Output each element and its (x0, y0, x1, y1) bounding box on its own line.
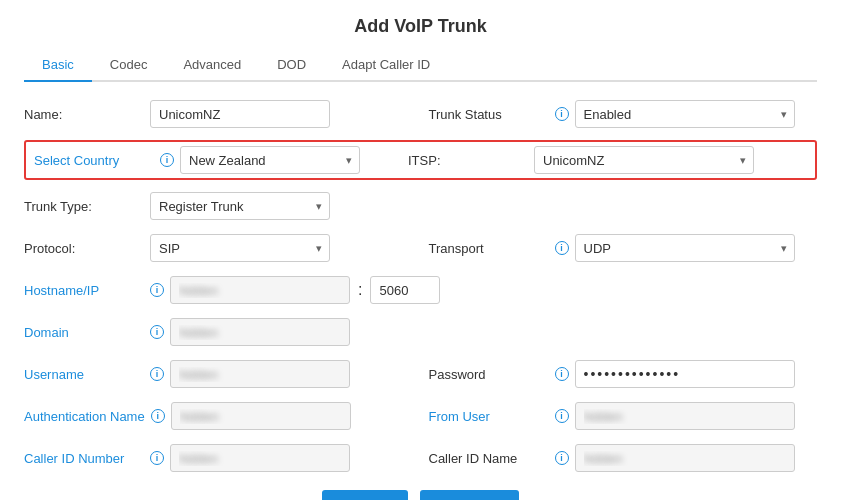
username-info-icon[interactable]: i (150, 367, 164, 381)
password-label: Password (429, 367, 549, 382)
domain-label: Domain (24, 325, 144, 340)
domain-input[interactable] (170, 318, 350, 346)
page-title: Add VoIP Trunk (24, 16, 817, 37)
caller-id-name-input[interactable] (575, 444, 795, 472)
name-row: Name: Trunk Status i Enabled Disabled (24, 98, 817, 130)
country-group: Select Country i New Zealand (34, 146, 360, 174)
from-user-input[interactable] (575, 402, 795, 430)
name-input[interactable] (150, 100, 330, 128)
hostname-group: Hostname/IP i : (24, 276, 817, 304)
itsp-label: ITSP: (408, 153, 528, 168)
country-select-wrapper: New Zealand (180, 146, 360, 174)
itsp-group: ITSP: UnicomNZ (408, 146, 754, 174)
transport-select[interactable]: UDP TCP TLS (575, 234, 795, 262)
port-separator: : (356, 281, 364, 299)
tab-basic[interactable]: Basic (24, 49, 92, 82)
protocol-select[interactable]: SIP IAX (150, 234, 330, 262)
domain-info-icon[interactable]: i (150, 325, 164, 339)
trunk-type-select-wrapper: Register Trunk Peer Trunk (150, 192, 330, 220)
domain-group: Domain i (24, 318, 817, 346)
from-user-info-icon[interactable]: i (555, 409, 569, 423)
auth-name-input[interactable] (171, 402, 351, 430)
hostname-label: Hostname/IP (24, 283, 144, 298)
caller-id-number-group: Caller ID Number i (24, 444, 413, 472)
caller-id-name-label: Caller ID Name (429, 451, 549, 466)
save-button[interactable]: Save (322, 490, 408, 500)
username-label: Username (24, 367, 144, 382)
username-input[interactable] (170, 360, 350, 388)
protocol-select-wrapper: SIP IAX (150, 234, 330, 262)
transport-group: Transport i UDP TCP TLS (429, 234, 818, 262)
hostname-info-icon[interactable]: i (150, 283, 164, 297)
country-select[interactable]: New Zealand (180, 146, 360, 174)
caller-id-number-info-icon[interactable]: i (150, 451, 164, 465)
tab-dod[interactable]: DOD (259, 49, 324, 82)
trunk-status-info-icon[interactable]: i (555, 107, 569, 121)
auth-name-group: Authentication Name i (24, 402, 413, 430)
transport-label: Transport (429, 241, 549, 256)
caller-id-number-label: Caller ID Number (24, 451, 144, 466)
trunk-type-group: Trunk Type: Register Trunk Peer Trunk (24, 192, 817, 220)
trunk-status-select-wrapper: Enabled Disabled (575, 100, 795, 128)
transport-select-wrapper: UDP TCP TLS (575, 234, 795, 262)
trunk-status-group: Trunk Status i Enabled Disabled (429, 100, 818, 128)
password-group: Password i (429, 360, 818, 388)
username-group: Username i (24, 360, 413, 388)
tab-adapt-caller-id[interactable]: Adapt Caller ID (324, 49, 448, 82)
trunk-status-label: Trunk Status (429, 107, 549, 122)
name-group: Name: (24, 100, 413, 128)
from-user-group: From User i (429, 402, 818, 430)
country-info-icon[interactable]: i (160, 153, 174, 167)
caller-id-name-group: Caller ID Name i (429, 444, 818, 472)
domain-row: Domain i (24, 316, 817, 348)
tab-advanced[interactable]: Advanced (165, 49, 259, 82)
tab-bar: Basic Codec Advanced DOD Adapt Caller ID (24, 49, 817, 82)
trunk-type-row: Trunk Type: Register Trunk Peer Trunk (24, 190, 817, 222)
protocol-group: Protocol: SIP IAX (24, 234, 413, 262)
protocol-label: Protocol: (24, 241, 144, 256)
itsp-select-wrapper: UnicomNZ (534, 146, 754, 174)
auth-name-label: Authentication Name (24, 409, 145, 424)
country-label: Select Country (34, 153, 154, 168)
auth-name-info-icon[interactable]: i (151, 409, 165, 423)
auth-name-row: Authentication Name i From User i (24, 400, 817, 432)
form-section: Name: Trunk Status i Enabled Disabled Se… (24, 98, 817, 474)
trunk-status-select[interactable]: Enabled Disabled (575, 100, 795, 128)
tab-codec[interactable]: Codec (92, 49, 166, 82)
hostname-row: Hostname/IP i : (24, 274, 817, 306)
trunk-type-label: Trunk Type: (24, 199, 144, 214)
port-input[interactable] (370, 276, 440, 304)
transport-info-icon[interactable]: i (555, 241, 569, 255)
name-label: Name: (24, 107, 144, 122)
cancel-button[interactable]: Cancel (420, 490, 519, 500)
password-input[interactable] (575, 360, 795, 388)
from-user-label: From User (429, 409, 549, 424)
button-row: Save Cancel (24, 490, 817, 500)
caller-id-number-input[interactable] (170, 444, 350, 472)
hostname-input[interactable] (170, 276, 350, 304)
username-row: Username i Password i (24, 358, 817, 390)
country-itsp-row: Select Country i New Zealand ITSP: Unico… (24, 140, 817, 180)
caller-id-row: Caller ID Number i Caller ID Name i (24, 442, 817, 474)
caller-id-name-info-icon[interactable]: i (555, 451, 569, 465)
password-info-icon[interactable]: i (555, 367, 569, 381)
trunk-type-select[interactable]: Register Trunk Peer Trunk (150, 192, 330, 220)
protocol-row: Protocol: SIP IAX Transport i UDP TCP TL… (24, 232, 817, 264)
itsp-select[interactable]: UnicomNZ (534, 146, 754, 174)
